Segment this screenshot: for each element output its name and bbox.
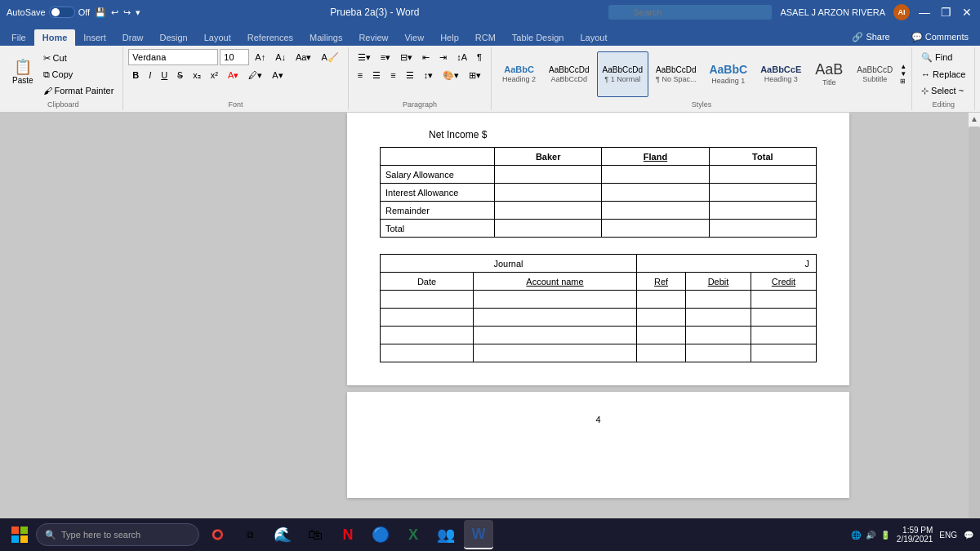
tab-rcm[interactable]: RCM: [467, 29, 504, 46]
table-cell[interactable]: [686, 344, 751, 362]
style-normal-preview[interactable]: AaBbCcDd AaBbCcDd: [543, 51, 595, 97]
tab-review[interactable]: Review: [350, 29, 396, 46]
styles-scroll-up[interactable]: ▲: [900, 63, 906, 70]
font-family-select[interactable]: [128, 49, 218, 65]
bullets-button[interactable]: ☰▾: [354, 49, 375, 65]
tab-draw[interactable]: Draw: [114, 29, 152, 46]
tab-design[interactable]: Design: [151, 29, 195, 46]
taskbar-word[interactable]: W: [464, 520, 493, 549]
highlight-button[interactable]: 🖊▾: [244, 67, 266, 83]
taskbar-cortana[interactable]: ⭕: [203, 520, 232, 549]
numbering-button[interactable]: ≡▾: [376, 49, 394, 65]
font-shrink-button[interactable]: A↓: [271, 49, 290, 65]
shading-button[interactable]: 🎨▾: [439, 67, 463, 83]
table-cell[interactable]: [709, 220, 816, 238]
style-subtitle[interactable]: AaBbCcD Subtitle: [851, 51, 898, 97]
underline-button[interactable]: U: [157, 67, 172, 83]
table-cell[interactable]: [602, 184, 709, 202]
table-cell[interactable]: [474, 291, 637, 309]
subscript-button[interactable]: x₂: [189, 67, 205, 83]
style-nospace[interactable]: AaBbCcDd ¶ No Spac...: [650, 51, 702, 97]
taskbar-search[interactable]: 🔍 Type here to search: [36, 523, 199, 546]
table-cell[interactable]: [751, 344, 817, 362]
italic-button[interactable]: I: [145, 67, 155, 83]
multilevel-button[interactable]: ⊟▾: [396, 49, 416, 65]
table-cell[interactable]: [709, 184, 816, 202]
tab-file[interactable]: File: [3, 29, 34, 46]
clear-format-button[interactable]: A🧹: [317, 49, 342, 65]
align-left-button[interactable]: ≡: [354, 67, 367, 83]
show-marks-button[interactable]: ¶: [473, 49, 486, 65]
table-cell[interactable]: [637, 327, 686, 344]
table-cell[interactable]: [495, 202, 602, 220]
table-cell[interactable]: Baker: [495, 148, 602, 166]
customize-icon[interactable]: ▾: [136, 7, 140, 18]
tab-help[interactable]: Help: [432, 29, 467, 46]
table-cell[interactable]: [709, 202, 816, 220]
tab-table-design[interactable]: Table Design: [504, 29, 572, 46]
network-icon[interactable]: 🌐: [851, 531, 861, 540]
table-cell-salary[interactable]: Salary Allowance: [381, 166, 495, 184]
table-cell[interactable]: [474, 327, 637, 344]
table-cell-interest[interactable]: Interest Allowance: [381, 184, 495, 202]
table-cell-total[interactable]: Total: [381, 220, 495, 238]
scrollbar[interactable]: ▲ ▼: [968, 113, 980, 533]
table-cell[interactable]: [381, 327, 474, 344]
minimize-button[interactable]: —: [918, 6, 931, 19]
close-button[interactable]: ✕: [960, 6, 973, 19]
table-cell[interactable]: [495, 184, 602, 202]
table-cell[interactable]: [474, 344, 637, 362]
table-cell[interactable]: [686, 291, 751, 309]
table-cell[interactable]: [381, 291, 474, 309]
style-heading2[interactable]: AaBbC Heading 2: [497, 51, 541, 97]
volume-icon[interactable]: 🔊: [866, 531, 875, 540]
align-center-button[interactable]: ☰: [368, 67, 385, 83]
taskbar-netflix[interactable]: N: [333, 520, 363, 549]
tab-share[interactable]: 🔗 Share: [844, 29, 898, 46]
superscript-button[interactable]: x²: [207, 67, 222, 83]
styles-scroll-down[interactable]: ▼: [900, 70, 906, 78]
line-spacing-button[interactable]: ↕▾: [420, 67, 438, 83]
copy-button[interactable]: ⧉ Copy: [39, 67, 118, 82]
table-cell[interactable]: [495, 220, 602, 238]
table-cell[interactable]: [474, 309, 637, 327]
find-button[interactable]: 🔍 Find: [917, 50, 969, 65]
align-right-button[interactable]: ≡: [386, 67, 399, 83]
tab-layout2[interactable]: Layout: [572, 29, 615, 46]
borders-button[interactable]: ⊞▾: [465, 67, 485, 83]
taskbar-chrome[interactable]: 🔵: [366, 520, 395, 549]
table-cell[interactable]: [495, 166, 602, 184]
table-cell[interactable]: [602, 166, 709, 184]
font-size-select[interactable]: [220, 49, 249, 65]
table-cell[interactable]: [751, 327, 817, 344]
font-color-button[interactable]: A▾: [224, 67, 243, 83]
tab-mailings[interactable]: Mailings: [301, 29, 350, 46]
table-cell[interactable]: [709, 166, 816, 184]
table-cell[interactable]: [637, 344, 686, 362]
autosave-control[interactable]: AutoSave Off: [7, 7, 90, 18]
taskbar-store[interactable]: 🛍: [301, 520, 330, 549]
notification-icon[interactable]: 💬: [964, 531, 973, 540]
clock[interactable]: 1:59 PM 2/19/2021: [897, 526, 933, 544]
tab-layout[interactable]: Layout: [196, 29, 239, 46]
font-color2-button[interactable]: A▾: [268, 67, 287, 83]
tab-home[interactable]: Home: [34, 29, 76, 46]
increase-indent-button[interactable]: ⇥: [435, 49, 451, 65]
start-button[interactable]: [7, 522, 33, 548]
sort-button[interactable]: ↕A: [452, 49, 471, 65]
paste-button[interactable]: 📋 Paste: [8, 49, 38, 95]
taskbar-task-view[interactable]: ⧉: [235, 520, 265, 549]
table-cell[interactable]: Total: [709, 148, 816, 166]
battery-icon[interactable]: 🔋: [880, 531, 890, 540]
table-cell[interactable]: [637, 291, 686, 309]
table-cell[interactable]: [686, 309, 751, 327]
table-cell[interactable]: [381, 309, 474, 327]
scroll-up-button[interactable]: ▲: [969, 113, 980, 125]
title-search-input[interactable]: [608, 5, 772, 20]
table-cell[interactable]: [381, 344, 474, 362]
select-button[interactable]: ⊹ Select ~: [917, 83, 969, 99]
style-title[interactable]: AaB Title: [808, 51, 849, 97]
table-cell[interactable]: [381, 148, 495, 166]
taskbar-teams[interactable]: 👥: [431, 520, 461, 549]
table-cell[interactable]: [637, 309, 686, 327]
